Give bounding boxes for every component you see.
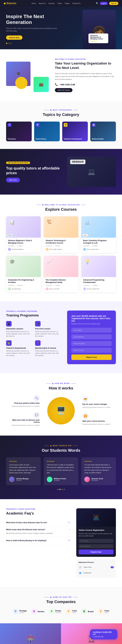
testimonial-avatar-2 <box>84 477 90 482</box>
course-card-0[interactable]: 📊 Free Advance Beginner's Goal & Managin… <box>6 216 41 253</box>
testimonial-author-info-0: Jessica Morgan Student <box>16 478 29 481</box>
training-label: TRAINING & ACADEMIC PROGRAMS <box>6 310 61 312</box>
webinar-cta-button[interactable]: Watch Now <box>6 178 20 182</box>
webinar-image: 💻 WEBINAR <box>67 156 116 187</box>
training-submit-button[interactable]: Register Now <box>71 354 112 360</box>
faq-chevron-1: − <box>69 528 70 531</box>
course-card-5[interactable]: 💡 Advanced Programming Fundamentals 5 Le… <box>81 256 116 292</box>
testimonial-dot-1[interactable] <box>59 489 61 490</box>
testimonial-text-2: It is best that material tells that's a … <box>84 464 113 474</box>
welcome-text: WELCOME TO GLOBAL EDUCATION Take Your Le… <box>55 58 116 92</box>
faq-label: FREQUENTLY ASKED QUESTIONS <box>6 508 70 510</box>
topic-chemistry-image: ⚗ Chemistry <box>6 122 32 141</box>
faq-question-0[interactable]: What kind of tutors does Educino have fo… <box>6 521 70 524</box>
course-image-0: 📊 Free <box>6 216 41 238</box>
hero-dot-1[interactable] <box>6 43 7 44</box>
course-image-2: 🔬 Early <box>81 216 116 238</box>
how-step-icon-3: ▶️ <box>82 413 88 419</box>
training-phone-input[interactable] <box>71 341 112 346</box>
faq-section: FREQUENTLY ASKED QUESTIONS Academic Faq'… <box>0 499 122 587</box>
search-icon[interactable]: 🔍 <box>96 2 98 4</box>
company-name-text-0: Protego Institute <box>19 610 27 614</box>
company-icon-0: P <box>13 609 18 614</box>
testimonials-section: ◆ WHAT PEOPLE SAY Our Students Words ★★★… <box>0 436 122 499</box>
topic-card-earth[interactable]: 🌍 Earth History <box>34 122 60 141</box>
hero-section: Inspire The Next Generation Discover 200… <box>0 7 122 49</box>
nav-about[interactable]: About Us <box>39 2 46 4</box>
nav-pages[interactable]: Pages <box>65 2 70 4</box>
testimonial-role-2: Developer <box>91 480 103 481</box>
topic-card-medical[interactable]: 🏥 Medical Health <box>90 122 116 141</box>
course-lessons-5: 5 Lessons <box>83 285 89 286</box>
admission-item-0: 📋 Tuition Fees 12 <box>78 564 114 570</box>
hero-card-stars: ★★★★★ <box>90 40 106 42</box>
testimonials-title: Our Students Words <box>6 448 116 453</box>
signup-button[interactable]: Sign Up <box>109 2 118 5</box>
nav-tutors[interactable]: Tutors <box>57 2 62 4</box>
topics-section: ◆ BEST CATEGORIES Topics by Category ⚗ C… <box>0 101 122 149</box>
reg-email-input[interactable] <box>79 544 113 548</box>
course-instructor-3: By Mark Davis <box>8 288 39 290</box>
instructor-avatar-3 <box>8 288 11 290</box>
how-center-image: 🖥️ <box>47 397 75 424</box>
hero-card-title: Advanced Management & Managing Trainee <box>90 35 106 40</box>
hero-dot-2[interactable] <box>8 43 10 44</box>
training-course-input[interactable] <box>71 348 112 353</box>
chat-widget[interactable]: Looking to study with us? +1 800 456 789 <box>90 629 117 640</box>
course-meta-2: 5 Lessons 5 Weeks <box>83 245 114 246</box>
reg-submit-button[interactable]: Register Now <box>79 550 113 554</box>
gallery-image-1: 🏟️ <box>0 623 61 644</box>
course-card-3[interactable]: 🎓 Graduation For Engineering & Architect… <box>6 256 41 292</box>
topic-medical-icon: 🏥 <box>92 123 95 127</box>
nav-home[interactable]: Home <box>31 2 36 4</box>
registration-card: 👩‍💻 Online Course Registration Get the m… <box>76 508 116 557</box>
course-meta-5: 5 Lessons 5 Weeks <box>83 285 114 286</box>
company-logo-3: F Fami Studio <box>66 609 77 614</box>
training-name-input[interactable] <box>71 328 112 332</box>
nav-contact[interactable]: Contact Us <box>72 2 80 4</box>
testimonial-dot-2[interactable] <box>61 489 63 490</box>
testimonial-avatar-0 <box>9 477 15 482</box>
hero-cta-button[interactable]: Explore Now <box>6 36 22 40</box>
courses-label-line-left <box>36 205 41 205</box>
testimonial-dot-0[interactable] <box>57 489 58 490</box>
course-meta-1: 5 Lessons 5 Weeks <box>46 245 77 246</box>
course-card-4[interactable]: 📈 SALE The Complete Advance Management S… <box>44 256 78 292</box>
testimonial-author-info-2: Silvester Scott Developer <box>91 478 103 481</box>
course-card-1[interactable]: 🏗 Advance Technology & Architecture Cour… <box>44 216 78 253</box>
chat-widget-phone: +1 800 456 789 <box>93 636 115 638</box>
training-feature-desc-2: Streaming interactive lessons in a syste… <box>6 350 32 356</box>
topic-chemistry-label: Chemistry <box>8 138 16 140</box>
course-image-4: 📈 SALE <box>44 256 78 277</box>
site-logo[interactable]: ◆ Educino <box>4 2 16 5</box>
topic-card-chemistry[interactable]: ⚗ Chemistry <box>6 122 32 141</box>
how-step-1: 💬 Meet your tutor to discuss your course… <box>6 412 40 426</box>
faq-question-1[interactable]: Which areas does the Educino tutor servi… <box>6 528 70 531</box>
welcome-cta-button[interactable]: Start Free Course <box>55 88 72 92</box>
topic-card-software[interactable]: 💻 Software Development <box>62 122 88 141</box>
how-left-steps: 🔍 Find your perfect online tutor Streami… <box>6 395 40 426</box>
nav-links: Home About Us Courses Tutors Pages Conta… <box>31 2 80 4</box>
login-button[interactable]: Log In <box>100 2 108 5</box>
nav-courses[interactable]: Courses <box>48 2 55 4</box>
course-title-1: Advance Technology & Architecture Course <box>46 240 77 244</box>
instructor-name-5: By Prof. James Kim <box>87 288 99 290</box>
topic-software-icon: 💻 <box>64 123 67 127</box>
topic-medical-label: Medical Health <box>92 138 103 140</box>
courses-label-container: ◆ WELCOME TO GLOBAL EDUCATION <box>6 204 116 206</box>
welcome-phone: +269 2156 2148 <box>59 83 75 86</box>
course-image-1: 🏗 <box>44 216 78 238</box>
course-card-2[interactable]: 🔬 Early Basic Chemistry Programs arrange… <box>81 216 116 253</box>
hero-dot-3[interactable] <box>10 43 12 44</box>
reg-name-input[interactable] <box>79 539 113 543</box>
company-logo-5: F Fami Studio <box>98 609 109 614</box>
training-email-input[interactable] <box>71 334 112 339</box>
testimonial-dot-3[interactable] <box>64 489 65 490</box>
topics-title: Topics by Category <box>6 112 116 117</box>
faq-question-2[interactable]: How to build Anthony Backup to do Anythi… <box>6 539 70 542</box>
testimonial-name-2: Silvester Scott <box>91 478 103 480</box>
courses-section: ◆ WELCOME TO GLOBAL EDUCATION Explore Co… <box>0 194 122 301</box>
topics-label-icon: ◆ <box>50 109 52 111</box>
admission-title: Admission Process <box>78 562 114 563</box>
course-duration-0: 5 Weeks <box>17 245 22 246</box>
